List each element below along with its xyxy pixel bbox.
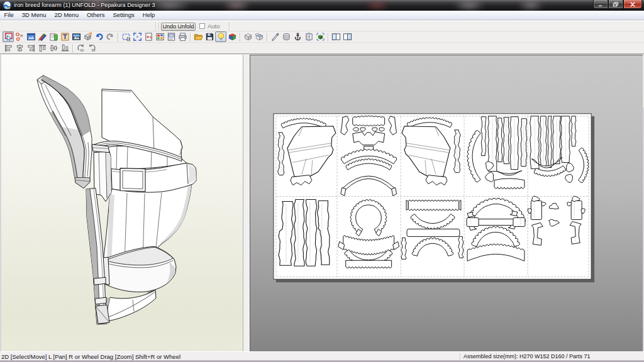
3d-forearm-model	[1, 55, 243, 351]
svg-text:90: 90	[91, 48, 95, 52]
toolbar-button-align-center-h[interactable]	[48, 43, 59, 53]
toolbar-button-redo[interactable]	[104, 31, 116, 42]
pane-2d-pattern[interactable]	[250, 55, 643, 352]
auto-checkbox-label: Auto	[208, 23, 220, 30]
pane-splitter[interactable]	[243, 55, 250, 352]
close-icon	[630, 2, 636, 7]
minimize-button[interactable]	[593, 0, 608, 9]
workspace	[0, 53, 644, 351]
toolbar-separator	[190, 33, 191, 41]
toolbar-button-rotate-cw[interactable]: 90	[86, 43, 97, 53]
status-assembled-size: Assembled size(mm): H270 W152 D160 / Par…	[464, 353, 591, 359]
menu-others[interactable]: Others	[82, 11, 109, 19]
toolbar-separator	[328, 33, 328, 41]
toolbar-button-cylinder[interactable]	[280, 31, 292, 42]
toolbar-button-image-item[interactable]	[70, 31, 82, 42]
toolbar-button-layout-parts[interactable]	[154, 31, 165, 42]
view-split-icon	[331, 32, 341, 41]
menu-2d-menu[interactable]: 2D Menu	[50, 11, 83, 19]
toolbar-button-edit-vertex[interactable]	[14, 31, 25, 42]
settings-note-icon	[49, 32, 58, 41]
toolbar-button-folder-open[interactable]	[192, 31, 204, 42]
undo-unfold-button[interactable]: Undo Unfold	[161, 23, 196, 31]
color-cube-icon	[228, 32, 237, 41]
close-button[interactable]	[623, 0, 642, 9]
main-toolbar: P.1	[0, 31, 644, 42]
toolbar-button-panel-door[interactable]	[303, 31, 314, 42]
toolbar-button-align-top[interactable]	[36, 43, 48, 53]
status-bar: 2D [Select/Move] L [Pan] R or Wheel Drag…	[0, 351, 644, 360]
toolbar-button-view-single[interactable]	[341, 31, 353, 42]
toolbar-button-box-closed[interactable]	[242, 31, 253, 42]
toolbar-button-texture-window[interactable]	[25, 31, 36, 42]
toolbar-button-color-cube[interactable]	[226, 31, 238, 42]
parts-corners-icon	[133, 32, 142, 41]
toolbar-button-select-move[interactable]	[3, 31, 14, 42]
menu-file[interactable]: File	[0, 11, 18, 19]
marquee-icon	[121, 32, 131, 41]
folder-open-icon	[194, 32, 203, 41]
toolbar-button-view-split[interactable]	[330, 31, 341, 42]
text-tool-icon	[60, 32, 70, 41]
anchor-icon	[293, 32, 303, 41]
align-center-h-icon	[49, 43, 58, 53]
auto-checkbox[interactable]	[199, 23, 205, 29]
titlebar-glass-blob	[517, 0, 545, 11]
toolbar-button-rotate-ccw[interactable]: 90	[75, 43, 86, 53]
toolbar-button-anchor[interactable]	[292, 31, 303, 42]
title-bar[interactable]: iron breed forearm (1) UNFOLD - Pepakura…	[0, 0, 644, 11]
print-icon	[178, 32, 187, 41]
restore-button[interactable]	[608, 0, 623, 9]
toolbar-button-cube-selected[interactable]	[314, 31, 326, 42]
rotate-cw-icon: 90	[87, 43, 97, 53]
toolbar-button-print-preview[interactable]	[165, 31, 177, 42]
cylinder-icon	[282, 32, 291, 41]
menu-bar: File3D Menu2D MenuOthersSettingsHelp	[0, 11, 644, 20]
app-icon	[3, 1, 12, 10]
svg-text:P.1: P.1	[147, 35, 152, 39]
rotate-ccw-icon: 90	[76, 43, 86, 53]
bulb-icon	[216, 32, 226, 41]
toolbar-button-undo[interactable]	[93, 31, 104, 42]
toolbar-button-text-tool[interactable]	[59, 31, 70, 42]
status-divider	[460, 353, 460, 360]
toolbar-button-pencils[interactable]	[36, 31, 48, 42]
save-icon	[205, 32, 214, 41]
redo-icon	[106, 32, 115, 41]
pane-3d-model[interactable]	[0, 55, 243, 352]
toolbar-button-bulb[interactable]	[215, 31, 226, 42]
align-right-icon	[26, 43, 36, 53]
toolbar-button-align-right[interactable]	[25, 43, 36, 53]
print-preview-icon	[167, 32, 176, 41]
align-bottom-icon	[60, 43, 70, 53]
align-top-icon	[38, 43, 47, 53]
toolbar-button-save[interactable]	[204, 31, 215, 42]
texture-window-icon	[26, 32, 36, 41]
toolbar-button-insert-box[interactable]	[82, 31, 93, 42]
minimize-icon	[597, 2, 604, 7]
image-item-icon	[72, 32, 81, 41]
svg-text:90: 90	[80, 48, 84, 52]
pepakura-designer-window: iron breed forearm (1) UNFOLD - Pepakura…	[0, 0, 644, 362]
cube-selected-icon	[316, 32, 325, 41]
undo-icon	[94, 32, 104, 41]
layout-parts-icon	[155, 32, 165, 41]
box-open-icon	[255, 32, 264, 41]
page-p1-icon: P.1	[144, 32, 153, 41]
edit-vertex-icon	[15, 32, 25, 41]
toolbar-button-align-left[interactable]	[3, 43, 14, 53]
toolbar-button-pen-tool[interactable]	[269, 31, 280, 42]
toolbar-button-settings-note[interactable]	[48, 31, 59, 42]
toolbar-button-print[interactable]	[177, 31, 188, 42]
toolbar-button-page-p1[interactable]: P.1	[143, 31, 154, 42]
toolbar-separator	[118, 33, 118, 41]
toolbar-separator	[229, 22, 230, 30]
toolbar-button-align-bottom[interactable]	[59, 43, 70, 53]
toolbar-button-marquee[interactable]	[120, 31, 131, 42]
toolbar-button-align-center-v[interactable]	[14, 43, 25, 53]
toolbar-button-box-open[interactable]	[253, 31, 265, 42]
menu-help[interactable]: Help	[138, 11, 159, 19]
menu-3d-menu[interactable]: 3D Menu	[18, 11, 50, 19]
toolbar-button-parts-corners[interactable]	[131, 31, 143, 42]
menu-settings[interactable]: Settings	[109, 11, 138, 19]
